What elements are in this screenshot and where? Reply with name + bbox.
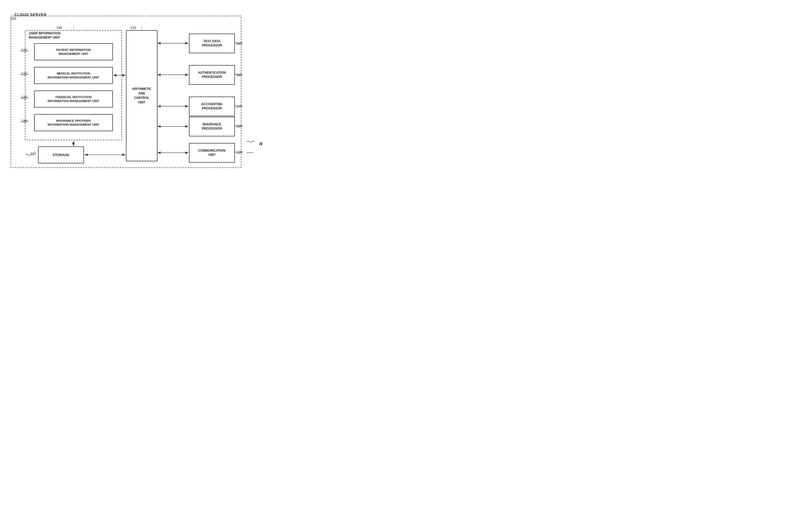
storage-box: STORAGE bbox=[38, 146, 84, 164]
ref-170: 170 bbox=[236, 104, 242, 108]
financial-institution-box: FINANCIAL INSTITUTION INFORMATION MANAGE… bbox=[34, 91, 113, 108]
insurance-processor-box: INSURANCE PROCESSOR bbox=[189, 117, 235, 136]
ref-160: 160 bbox=[236, 73, 242, 77]
test-data-processor-box: TEST DATA PROCESSOR bbox=[189, 34, 235, 53]
ref-110: 110 bbox=[130, 26, 136, 30]
ref-142: 142 bbox=[21, 71, 27, 75]
patient-info-box: PATIENT INFORMATION MANAGEMENT UNIT bbox=[34, 43, 113, 60]
insurance-provider-box: INSURANCE PROVIDER INFORMATION MANAGEMEN… bbox=[34, 114, 113, 131]
ref-180: 180 bbox=[236, 124, 242, 128]
ref-100: 100 bbox=[11, 17, 16, 20]
cloud-server-label: CLOUD SERVER bbox=[15, 13, 47, 17]
medical-institution-box: MEDICAL INSTITUTION INFORMATION MANAGEME… bbox=[34, 67, 113, 84]
network-label: N bbox=[259, 142, 262, 146]
ref-130: 130 bbox=[236, 150, 242, 154]
acu-box: ARITHMETIC AND CONTROL UNIT bbox=[126, 30, 157, 162]
communication-unit-box: COMMUNICATION UNIT bbox=[189, 143, 235, 163]
authentication-processor-box: AUTHENTICATION PROCESSOR bbox=[189, 65, 235, 85]
accounting-processor-box: ACCOUNTING PROCESSOR bbox=[189, 97, 235, 116]
ref-141: 141 bbox=[21, 48, 27, 52]
ref-140: 140 bbox=[56, 26, 62, 30]
ref-120: 120 bbox=[30, 152, 36, 155]
ref-144: 144 bbox=[21, 118, 27, 122]
ref-150: 150 bbox=[236, 41, 242, 45]
ref-143: 143 bbox=[21, 95, 27, 99]
diagram: CLOUD SERVER 100 USER INFORMATION MANAGE… bbox=[0, 0, 268, 177]
user-info-label: USER INFORMATION MANAGEMENT UNIT bbox=[29, 32, 60, 40]
